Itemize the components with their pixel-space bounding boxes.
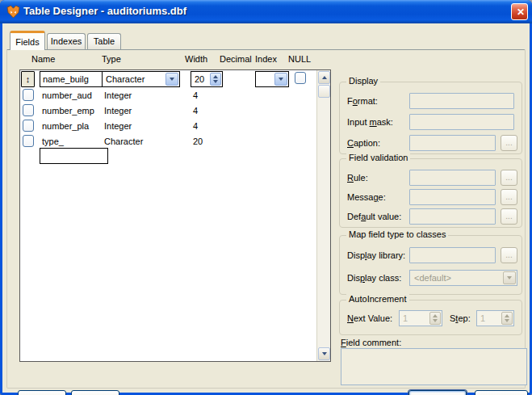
tab-fields[interactable]: Fields bbox=[10, 31, 45, 50]
delete-button[interactable]: Delete bbox=[71, 390, 119, 395]
map-group-title: Map field type to classes bbox=[346, 229, 448, 239]
field-width-spinner[interactable]: 20 bbox=[191, 71, 223, 87]
tab-table[interactable]: Table bbox=[87, 33, 121, 50]
close-button[interactable]: ✕ bbox=[511, 3, 528, 20]
rule-field[interactable] bbox=[409, 170, 496, 186]
row-type: Integer bbox=[104, 90, 132, 100]
table-designer-window: Table Designer - auditoriums.dbf ✕ Field… bbox=[0, 0, 532, 395]
map-field-type-group: Map field type to classes Display librar… bbox=[339, 235, 522, 295]
field-type-combo[interactable]: Character bbox=[102, 71, 180, 87]
column-header-width: Width bbox=[185, 54, 207, 64]
autoincrement-group: AutoIncrement Next Value: 1 Step: 1 bbox=[339, 300, 522, 335]
row-name[interactable]: number_emp bbox=[42, 106, 94, 116]
row-width: 4 bbox=[193, 106, 198, 116]
step-value: 1 bbox=[480, 313, 485, 323]
grid-scrollbar[interactable] bbox=[316, 70, 330, 361]
scroll-down-icon[interactable] bbox=[318, 347, 330, 360]
input-mask-label: Input mask: bbox=[347, 117, 393, 127]
display-class-label: Display class: bbox=[347, 273, 401, 283]
row-width: 20 bbox=[193, 137, 203, 146]
next-value: 1 bbox=[403, 313, 408, 323]
row-name[interactable]: type_ bbox=[42, 137, 64, 146]
field-validation-group: Field validation Rule: Message: Default … bbox=[339, 158, 522, 228]
default-value-ellipsis-button[interactable]: ... bbox=[501, 208, 517, 225]
message-label: Message: bbox=[347, 192, 386, 202]
tab-indexes[interactable]: Indexes bbox=[47, 33, 86, 50]
field-validation-group-title: Field validation bbox=[346, 153, 410, 162]
caption-label: Caption: bbox=[347, 138, 380, 148]
fields-tab-page: Name Type Width Decimal Index NULL ↕ Cha… bbox=[6, 49, 526, 389]
field-width-value: 20 bbox=[195, 74, 204, 84]
caption-ellipsis-button[interactable]: ... bbox=[501, 135, 517, 151]
insert-button[interactable]: Insert bbox=[18, 390, 66, 395]
field-index-combo[interactable] bbox=[255, 71, 289, 87]
new-field-name-input[interactable] bbox=[40, 148, 108, 164]
row-type: Character bbox=[104, 137, 143, 146]
chevron-down-icon[interactable] bbox=[165, 73, 178, 86]
step-label: Step: bbox=[450, 313, 471, 323]
spinner-arrows-icon bbox=[501, 312, 513, 325]
scroll-up-icon[interactable] bbox=[318, 71, 330, 84]
row-select-button[interactable] bbox=[23, 89, 34, 101]
display-group: Display Format: Input mask: Caption: ... bbox=[339, 82, 522, 154]
row-select-button[interactable] bbox=[23, 135, 34, 147]
row-width: 4 bbox=[193, 90, 198, 100]
fields-grid: ↕ Character 20 number_aud Int bbox=[19, 69, 331, 362]
field-type-value: Character bbox=[106, 74, 145, 84]
row-name[interactable]: number_pla bbox=[42, 121, 89, 131]
display-library-field[interactable] bbox=[409, 247, 496, 263]
field-comment-textarea[interactable] bbox=[341, 348, 527, 385]
field-name-input[interactable] bbox=[40, 71, 108, 87]
display-group-title: Display bbox=[346, 76, 380, 86]
display-class-combo[interactable]: <default> bbox=[409, 270, 517, 286]
scrollbar-thumb[interactable] bbox=[318, 85, 330, 98]
caption-field[interactable] bbox=[409, 135, 496, 151]
row-type: Integer bbox=[104, 121, 132, 131]
next-value-label: Next Value: bbox=[347, 313, 392, 323]
next-value-spinner: 1 bbox=[399, 310, 442, 326]
row-width: 4 bbox=[193, 121, 198, 131]
message-ellipsis-button[interactable]: ... bbox=[501, 189, 517, 205]
default-value-field[interactable] bbox=[409, 208, 496, 225]
chevron-down-icon[interactable] bbox=[274, 73, 287, 86]
display-library-label: Display library: bbox=[347, 250, 405, 260]
column-header-type: Type bbox=[102, 54, 121, 64]
spinner-arrows-icon[interactable] bbox=[210, 73, 221, 86]
row-select-button[interactable] bbox=[23, 104, 34, 116]
row-select-button[interactable] bbox=[23, 120, 34, 132]
spinner-arrows-icon bbox=[429, 312, 441, 325]
input-mask-field[interactable] bbox=[409, 114, 514, 130]
rule-ellipsis-button[interactable]: ... bbox=[501, 170, 517, 186]
chevron-down-icon bbox=[503, 271, 516, 284]
column-header-index: Index bbox=[255, 54, 277, 64]
rule-label: Rule: bbox=[347, 173, 368, 183]
dialog-client-area: Fields Indexes Table Name Type Width Dec… bbox=[2, 23, 530, 393]
autoincrement-group-title: AutoIncrement bbox=[346, 294, 409, 304]
message-field[interactable] bbox=[409, 189, 496, 205]
foxpro-fox-icon bbox=[6, 5, 20, 19]
column-header-decimal: Decimal bbox=[220, 54, 252, 64]
row-type: Integer bbox=[104, 106, 132, 116]
default-value-label: Default value: bbox=[347, 212, 401, 221]
format-field[interactable] bbox=[409, 93, 514, 109]
format-label: Format: bbox=[347, 96, 378, 106]
ok-button[interactable]: OK bbox=[408, 390, 467, 395]
window-title: Table Designer - auditoriums.dbf bbox=[23, 5, 186, 17]
column-header-name: Name bbox=[31, 54, 55, 64]
title-bar[interactable]: Table Designer - auditoriums.dbf ✕ bbox=[0, 0, 532, 23]
field-comment-label: Field comment: bbox=[341, 338, 401, 347]
null-checkbox[interactable] bbox=[295, 72, 306, 84]
step-spinner: 1 bbox=[476, 310, 514, 326]
cancel-button[interactable]: Cancel bbox=[475, 390, 528, 395]
display-class-value: <default> bbox=[414, 273, 451, 283]
row-name[interactable]: number_aud bbox=[42, 90, 92, 100]
row-mover-button[interactable]: ↕ bbox=[21, 71, 35, 87]
column-header-null: NULL bbox=[288, 54, 311, 64]
display-library-ellipsis-button[interactable]: ... bbox=[501, 247, 517, 263]
